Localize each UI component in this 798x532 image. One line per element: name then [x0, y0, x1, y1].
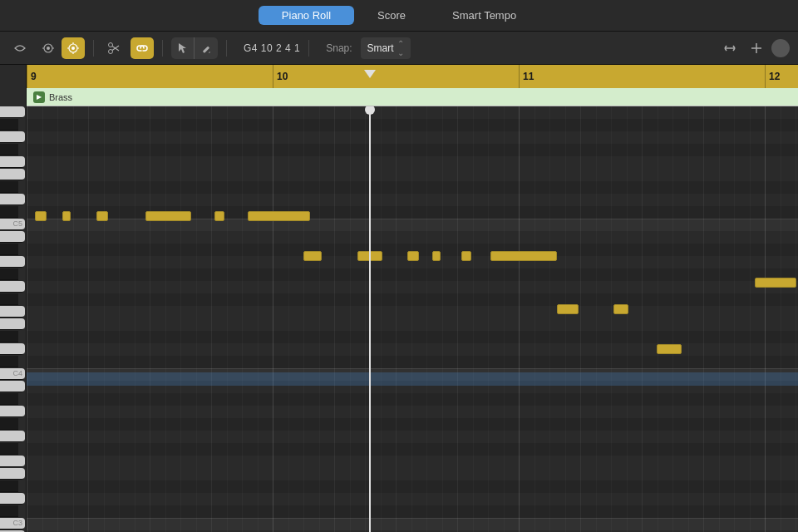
grid-row — [27, 418, 798, 431]
sub-beat-line — [549, 106, 550, 532]
sub-beat-line — [734, 106, 735, 532]
piano-key[interactable] — [0, 144, 18, 155]
midi-note[interactable] — [432, 251, 441, 261]
midi-note[interactable] — [657, 344, 682, 354]
piano-key[interactable] — [0, 468, 25, 480]
midi-out-button[interactable] — [62, 37, 85, 59]
grid-area[interactable] — [27, 106, 798, 532]
timeline-marker: 10 — [273, 65, 288, 88]
grid-row — [27, 219, 798, 231]
piano-roll: 9101112 ▶ Brass — [27, 65, 798, 532]
grid-row — [27, 406, 798, 418]
snap-selector[interactable]: Smart ⌃⌄ — [361, 37, 411, 59]
piano-key[interactable] — [0, 131, 25, 143]
midi-note[interactable] — [407, 251, 419, 261]
tab-piano-roll[interactable]: Piano Roll — [259, 6, 354, 25]
tab-smart-tempo[interactable]: Smart Tempo — [429, 6, 539, 25]
piano-key[interactable] — [0, 306, 25, 318]
sub-beat-line — [750, 106, 751, 532]
piano-key[interactable] — [0, 368, 25, 380]
piano-key[interactable] — [0, 206, 18, 218]
sub-beat-line — [57, 106, 58, 532]
sub-beat-line — [381, 106, 382, 532]
sub-beat-line — [42, 106, 43, 532]
beat-line — [457, 106, 458, 532]
timeline-marker: 11 — [519, 65, 534, 88]
piano-key[interactable] — [0, 119, 18, 131]
cursor-button[interactable] — [171, 37, 195, 59]
sub-beat-line — [534, 106, 535, 532]
midi-note[interactable] — [145, 211, 191, 221]
separator-4 — [308, 40, 309, 57]
piano-key[interactable] — [0, 169, 25, 180]
midi-note[interactable] — [35, 211, 47, 221]
midi-note[interactable] — [557, 304, 579, 314]
piano-key[interactable] — [0, 518, 25, 530]
timeline-header: 9101112 — [27, 65, 798, 88]
midi-note[interactable] — [248, 211, 310, 221]
piano-key[interactable] — [0, 194, 25, 205]
piano-key[interactable] — [0, 493, 25, 505]
sub-beat-line — [719, 106, 720, 532]
track-play-button[interactable]: ▶ — [33, 91, 45, 103]
piano-key[interactable] — [0, 156, 25, 168]
pencil-button[interactable] — [195, 37, 218, 59]
volume-knob[interactable] — [771, 39, 790, 57]
sub-beat-line — [73, 106, 74, 532]
link-button[interactable] — [131, 37, 154, 59]
sub-beat-line — [135, 106, 135, 532]
piano-key[interactable] — [0, 480, 18, 492]
piano-key[interactable] — [0, 293, 18, 305]
fit-button[interactable] — [718, 37, 741, 59]
piano-key[interactable] — [0, 181, 18, 193]
svg-point-10 — [109, 42, 113, 47]
piano-key[interactable] — [0, 406, 25, 417]
separator-1 — [93, 40, 94, 57]
tab-score[interactable]: Score — [354, 6, 429, 25]
piano-key[interactable] — [0, 431, 25, 442]
zoom-button[interactable] — [745, 37, 768, 59]
piano-key[interactable] — [0, 381, 25, 392]
midi-note[interactable] — [62, 211, 71, 221]
flex-tool-button[interactable] — [8, 37, 32, 59]
piano-key[interactable] — [0, 356, 18, 367]
midi-note[interactable] — [490, 251, 557, 261]
piano-key[interactable] — [0, 505, 18, 517]
beat-line — [88, 106, 89, 532]
midi-note[interactable] — [214, 211, 224, 221]
svg-point-1 — [47, 47, 50, 50]
piano-key[interactable] — [0, 331, 18, 342]
piano-key[interactable] — [0, 219, 25, 230]
grid-row — [27, 206, 798, 219]
scissors-button[interactable] — [102, 37, 126, 59]
sub-beat-line — [227, 106, 228, 532]
piano-key[interactable] — [0, 456, 25, 467]
snap-value: Smart — [367, 42, 394, 54]
grid-row — [27, 281, 798, 293]
midi-note[interactable] — [96, 211, 108, 221]
grid-row — [27, 131, 798, 144]
piano-key[interactable] — [0, 281, 25, 293]
piano-key[interactable] — [0, 231, 25, 243]
piano-key[interactable] — [0, 443, 18, 455]
piano-key[interactable] — [0, 106, 25, 118]
piano-key[interactable] — [0, 343, 25, 355]
piano-key[interactable] — [0, 318, 25, 330]
grid-row — [27, 480, 798, 493]
midi-note[interactable] — [303, 251, 322, 261]
grid-row — [27, 268, 798, 281]
piano-key[interactable] — [0, 393, 18, 405]
midi-in-button[interactable] — [37, 37, 60, 59]
playhead — [369, 106, 371, 532]
position-display: G4 10 2 4 1 — [244, 42, 300, 54]
piano-key[interactable] — [0, 244, 18, 255]
piano-key[interactable] — [0, 256, 25, 268]
sub-beat-line — [165, 106, 166, 532]
midi-note[interactable] — [755, 278, 796, 288]
piano-key[interactable] — [0, 418, 18, 430]
midi-note[interactable] — [613, 304, 628, 314]
sub-beat-line — [319, 106, 320, 532]
piano-key[interactable] — [0, 268, 18, 280]
snap-label: Snap: — [326, 42, 352, 54]
midi-note[interactable] — [461, 251, 471, 261]
